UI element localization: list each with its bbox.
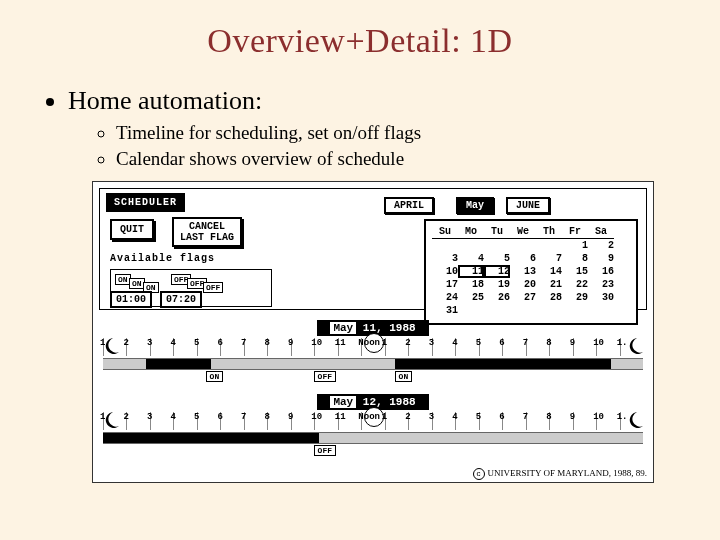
calendar-day[interactable]: 14 [536,265,562,278]
calendar-day[interactable]: 30 [588,291,614,304]
calendar-day[interactable]: 9 [588,252,614,265]
flag-off[interactable]: OFF [203,282,223,293]
available-flags-label: Available flags [110,253,215,264]
copyright-icon: c [473,468,485,480]
slide-title: Overview+Detail: 1D [40,22,680,60]
calendar-day[interactable]: 3 [432,252,458,265]
calendar-day[interactable] [458,304,484,317]
calendar-day[interactable]: 29 [562,291,588,304]
credit-line: cUNIVERSITY OF MARYLAND, 1988, 89. [473,468,647,480]
calendar-day[interactable] [510,304,536,317]
calendar-day[interactable]: 6 [510,252,536,265]
schedule-track[interactable]: ONOFFON [103,358,643,370]
calendar-day[interactable] [458,239,484,252]
calendar-day[interactable]: 23 [588,278,614,291]
calendar-day[interactable]: 12 [484,265,510,278]
calendar-day[interactable]: 24 [432,291,458,304]
calendar-day[interactable] [588,304,614,317]
timeline-day-2: May 12, 1988May 12, 1988 OFF [99,394,647,444]
calendar-day[interactable]: 26 [484,291,510,304]
embedded-screenshot: SCHEDULER QUIT CANCEL LAST FLAG Availabl… [92,181,654,483]
timeline-day-1: May May 11, 198811, 1988 ONOFFON [99,320,647,370]
month-prev-button[interactable]: APRIL [384,197,434,214]
bullet-sub-1: Timeline for scheduling, set on/off flag… [116,120,680,146]
calendar-day[interactable] [484,304,510,317]
cancel-last-flag-button[interactable]: CANCEL LAST FLAG [172,217,242,247]
calendar-day[interactable]: 19 [484,278,510,291]
calendar-day[interactable]: 22 [562,278,588,291]
calendar-day[interactable]: 17 [432,278,458,291]
calendar[interactable]: SuMoTuWeThFrSa12345678910111213141516171… [424,219,638,325]
time-readout-2: 07:20 [160,291,202,308]
calendar-day[interactable]: 5 [484,252,510,265]
bullet-main-text: Home automation: [68,86,262,115]
hour-ruler [103,412,643,430]
calendar-day[interactable]: 13 [510,265,536,278]
calendar-day[interactable]: 1 [562,239,588,252]
calendar-day[interactable]: 27 [510,291,536,304]
off-flag[interactable]: OFF [314,371,336,382]
calendar-day[interactable]: 28 [536,291,562,304]
time-readout-1: 01:00 [110,291,152,308]
calendar-day[interactable]: 7 [536,252,562,265]
off-flag[interactable]: OFF [314,445,336,456]
calendar-day[interactable] [510,239,536,252]
calendar-day[interactable]: 8 [562,252,588,265]
calendar-day[interactable]: 4 [458,252,484,265]
schedule-track[interactable]: OFF [103,432,643,444]
calendar-day[interactable]: 2 [588,239,614,252]
calendar-day[interactable]: 16 [588,265,614,278]
top-panel: SCHEDULER QUIT CANCEL LAST FLAG Availabl… [99,188,647,310]
calendar-day[interactable]: 20 [510,278,536,291]
calendar-day[interactable] [562,304,588,317]
calendar-day[interactable]: 25 [458,291,484,304]
calendar-day[interactable]: 15 [562,265,588,278]
calendar-day[interactable]: 18 [458,278,484,291]
calendar-day[interactable] [536,239,562,252]
bullet-sub-2: Calendar shows overview of schedule [116,146,680,172]
bullet-main: Home automation: Timeline for scheduling… [68,86,680,171]
calendar-day[interactable]: 11 [458,265,484,278]
calendar-day[interactable]: 10 [432,265,458,278]
month-current[interactable]: May [456,197,494,214]
calendar-day[interactable] [432,239,458,252]
calendar-day[interactable]: 21 [536,278,562,291]
hour-ruler [103,338,643,356]
scheduler-label: SCHEDULER [106,193,185,212]
on-flag[interactable]: ON [206,371,224,382]
calendar-day[interactable]: 31 [432,304,458,317]
quit-button[interactable]: QUIT [110,219,154,240]
bullet-list: Home automation: Timeline for scheduling… [40,86,680,171]
calendar-day[interactable] [536,304,562,317]
on-flag[interactable]: ON [395,371,413,382]
calendar-day[interactable] [484,239,510,252]
month-next-button[interactable]: JUNE [506,197,550,214]
